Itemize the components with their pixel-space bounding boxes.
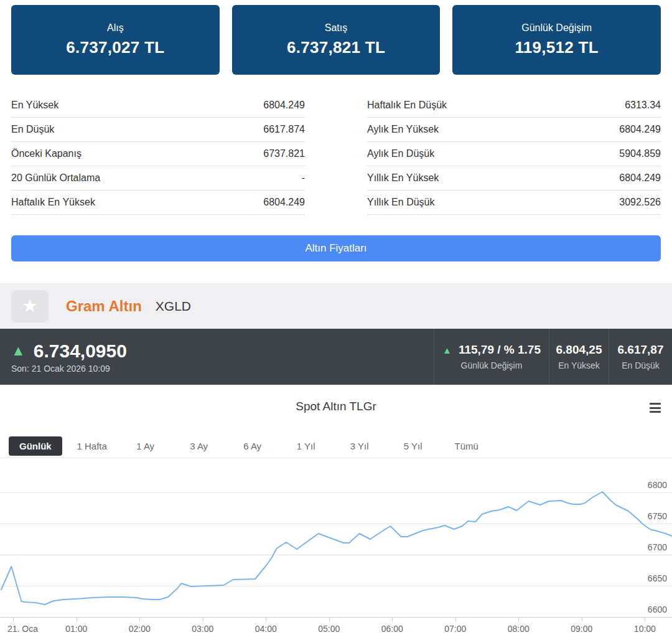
stat-row: En Yüksek 6804.249 xyxy=(11,93,305,118)
chart-title: Spot Altın TLGr xyxy=(0,385,672,413)
last-update-time: Son: 21 Ocak 2026 10:09 xyxy=(11,364,434,374)
price-chart[interactable]: 6600 6650 6700 6750 6800 21. Oca 01:00 0… xyxy=(0,458,672,639)
daily-change-value: 115,79 / % 1.75 xyxy=(459,343,541,357)
range-tabs: Günlük1 Hafta1 Ay3 Ay6 Ay1 Yıl3 Yıl5 Yıl… xyxy=(0,435,672,458)
stat-row: Önceki Kapanış 6737.821 xyxy=(11,142,305,166)
stat-label: Haftalık En Düşük xyxy=(367,100,447,111)
stat-value: 6737.821 xyxy=(263,148,305,159)
stat-value: 6617.874 xyxy=(263,124,305,135)
stat-value: 6313.34 xyxy=(625,100,661,111)
up-arrow-icon: ▲ xyxy=(442,346,452,355)
instrument-name: Gram Altın xyxy=(66,298,142,315)
stat-label: Aylık En Yüksek xyxy=(367,124,439,135)
card-label: Alış xyxy=(107,22,124,34)
up-arrow-icon: ▲ xyxy=(11,344,26,358)
range-tab-6-ay[interactable]: 6 Ay xyxy=(226,441,279,451)
range-tab-3-ay[interactable]: 3 Ay xyxy=(172,441,226,451)
stat-label: 20 Günlük Ortalama xyxy=(11,172,100,184)
stat-value: 5904.859 xyxy=(619,148,661,159)
card-value: 119,512 TL xyxy=(515,38,599,57)
summary-card: Alış 6.737,027 TL xyxy=(11,5,220,75)
stat-row: Yıllık En Yüksek 6804.249 xyxy=(367,166,661,191)
daily-change-label: Günlük Değişim xyxy=(461,360,523,370)
range-tab-5-y-l[interactable]: 5 Yıl xyxy=(386,441,440,451)
day-low-value: 6.617,87 xyxy=(618,343,664,357)
stat-label: En Düşük xyxy=(11,124,54,135)
hamburger-icon[interactable] xyxy=(648,402,662,414)
day-low-cell: 6.617,87 En Düşük xyxy=(609,329,672,385)
ticker-main: ▲ 6.734,0950 Son: 21 Ocak 2026 10:09 xyxy=(0,329,434,385)
stats-column-right: Haftalık En Düşük 6313.34 Aylık En Yükse… xyxy=(367,93,661,215)
stat-row: Yıllık En Düşük 3092.526 xyxy=(367,191,661,215)
card-label: Günlük Değişim xyxy=(521,22,592,34)
card-value: 6.737,821 TL xyxy=(287,38,385,57)
stat-label: Yıllık En Düşük xyxy=(367,197,434,208)
gold-prices-button[interactable]: Altın Fiyatları xyxy=(11,235,661,261)
stat-row: Aylık En Düşük 5904.859 xyxy=(367,142,661,166)
day-low-label: En Düşük xyxy=(622,360,660,370)
favorite-button[interactable]: ★ xyxy=(11,290,49,322)
summary-card: Günlük Değişim 119,512 TL xyxy=(452,5,661,75)
range-tab-1-hafta[interactable]: 1 Hafta xyxy=(65,441,119,451)
summary-card: Satış 6.737,821 TL xyxy=(232,5,441,75)
stat-row: Aylık En Yüksek 6804.249 xyxy=(367,118,661,142)
last-price: 6.734,0950 xyxy=(34,341,127,362)
stat-label: Önceki Kapanış xyxy=(11,148,82,159)
daily-change-cell: ▲ 115,79 / % 1.75 Günlük Değişim xyxy=(434,329,549,385)
stat-value: 3092.526 xyxy=(619,197,661,208)
stat-value: 6804.249 xyxy=(619,172,661,184)
stat-row: Haftalık En Düşük 6313.34 xyxy=(367,93,661,118)
stat-label: Yıllık En Yüksek xyxy=(367,172,439,184)
card-value: 6.737,027 TL xyxy=(66,38,164,57)
day-high-value: 6.804,25 xyxy=(556,343,602,357)
stat-row: Haftalık En Yüksek 6804.249 xyxy=(11,191,305,215)
instrument-bar: ★ Gram Altın XGLD xyxy=(0,283,672,329)
star-icon: ★ xyxy=(22,297,38,315)
ticker-bar: ▲ 6.734,0950 Son: 21 Ocak 2026 10:09 ▲ 1… xyxy=(0,329,672,385)
stat-value: - xyxy=(302,172,305,184)
day-high-cell: 6.804,25 En Yüksek xyxy=(549,329,609,385)
range-tab-1-y-l[interactable]: 1 Yıl xyxy=(279,441,333,451)
range-tab-g-nl-k[interactable]: Günlük xyxy=(9,436,62,456)
stats-table: En Yüksek 6804.249 En Düşük 6617.874 Önc… xyxy=(0,75,672,215)
stat-row: 20 Günlük Ortalama - xyxy=(11,166,305,191)
stat-label: Aylık En Düşük xyxy=(367,148,434,159)
stat-value: 6804.249 xyxy=(263,100,305,111)
price-line-series xyxy=(0,458,672,639)
range-tab-1-ay[interactable]: 1 Ay xyxy=(119,441,172,451)
range-tab-3-y-l[interactable]: 3 Yıl xyxy=(333,441,386,451)
range-tab-t-m-[interactable]: Tümü xyxy=(440,441,493,451)
stat-row: En Düşük 6617.874 xyxy=(11,118,305,142)
instrument-code: XGLD xyxy=(156,299,191,314)
card-label: Satış xyxy=(325,22,347,34)
stats-column-left: En Yüksek 6804.249 En Düşük 6617.874 Önc… xyxy=(11,93,305,215)
summary-cards: Alış 6.737,027 TL Satış 6.737,821 TL Gün… xyxy=(0,0,672,75)
day-high-label: En Yüksek xyxy=(558,360,600,370)
stat-value: 6804.249 xyxy=(263,197,305,208)
stat-value: 6804.249 xyxy=(619,124,661,135)
stat-label: En Yüksek xyxy=(11,100,58,111)
stat-label: Haftalık En Yüksek xyxy=(11,197,95,208)
